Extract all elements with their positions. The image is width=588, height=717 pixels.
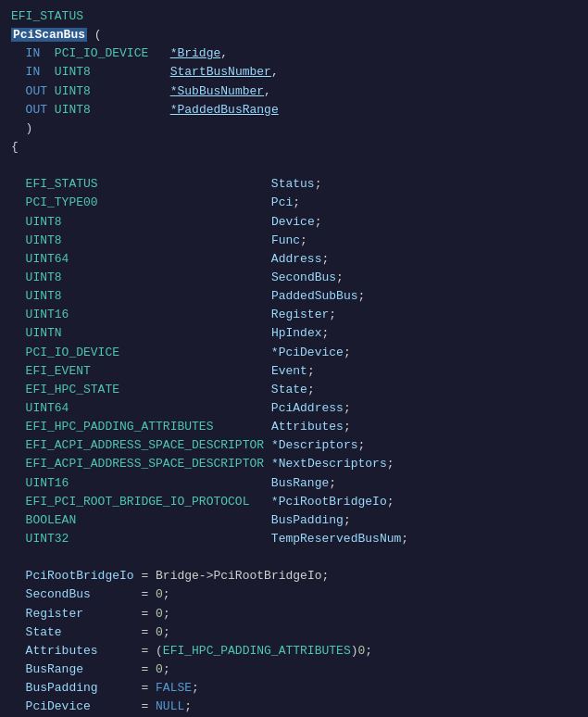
line-assign-7: BusPadding = FALSE; bbox=[11, 679, 577, 698]
line-param-1: IN PCI_IO_DEVICE *Bridge, bbox=[11, 44, 577, 63]
line-local-18: EFI_PCI_ROOT_BRIDGE_IO_PROTOCOL *PciRoot… bbox=[11, 493, 577, 511]
line-local-15: EFI_ACPI_ADDRESS_SPACE_DESCRIPTOR *Descr… bbox=[11, 436, 577, 455]
line-local-12: EFI_HPC_STATE State; bbox=[11, 381, 577, 399]
line-assign-3: Register = 0; bbox=[11, 605, 577, 623]
line-local-6: UINT8 SecondBus; bbox=[11, 269, 577, 287]
line-empty-2 bbox=[11, 548, 577, 567]
line-local-8: UINT16 Register; bbox=[11, 306, 577, 324]
line-local-7: UINT8 PaddedSubBus; bbox=[11, 287, 577, 306]
line-local-13: UINT64 PciAddress; bbox=[11, 399, 577, 418]
line-local-19: BOOLEAN BusPadding; bbox=[11, 511, 577, 530]
line-assign-5: Attributes = (EFI_HPC_PADDING_ATTRIBUTES… bbox=[11, 642, 577, 660]
line-local-17: UINT16 BusRange; bbox=[11, 474, 577, 493]
line-local-2: PCI_TYPE00 Pci; bbox=[11, 194, 577, 212]
line-local-9: UINTN HpIndex; bbox=[11, 324, 577, 343]
line-assign-6: BusRange = 0; bbox=[11, 660, 577, 679]
line-param-3: OUT UINT8 *SubBusNumber, bbox=[11, 82, 577, 101]
line-local-11: EFI_EVENT Event; bbox=[11, 362, 577, 381]
line-param-2: IN UINT8 StartBusNumber, bbox=[11, 63, 577, 82]
line-assign-2: SecondBus = 0; bbox=[11, 585, 577, 604]
line-local-16: EFI_ACPI_ADDRESS_SPACE_DESCRIPTOR *NextD… bbox=[11, 455, 577, 473]
line-local-1: EFI_STATUS Status; bbox=[11, 175, 577, 194]
line-local-5: UINT64 Address; bbox=[11, 250, 577, 269]
line-paren-close: ) bbox=[11, 120, 577, 138]
code-block: EFI_STATUS PciScanBus ( IN PCI_IO_DEVICE… bbox=[0, 0, 588, 717]
line-param-4: OUT UINT8 *PaddedBusRange bbox=[11, 101, 577, 120]
line-func-signature: PciScanBus ( bbox=[11, 26, 577, 44]
line-local-4: UINT8 Func; bbox=[11, 232, 577, 250]
line-assign-1: PciRootBridgeIo = Bridge->PciRootBridgeI… bbox=[11, 567, 577, 585]
line-local-14: EFI_HPC_PADDING_ATTRIBUTES Attributes; bbox=[11, 418, 577, 436]
line-brace-open: { bbox=[11, 138, 577, 157]
line-assign-8: PciDevice = NULL; bbox=[11, 698, 577, 716]
line-assign-4: State = 0; bbox=[11, 623, 577, 642]
line-efi-status-header: EFI_STATUS bbox=[11, 7, 577, 26]
line-local-10: PCI_IO_DEVICE *PciDevice; bbox=[11, 344, 577, 362]
line-local-20: UINT32 TempReservedBusNum; bbox=[11, 530, 577, 548]
line-local-3: UINT8 Device; bbox=[11, 213, 577, 232]
line-empty-1 bbox=[11, 157, 577, 175]
